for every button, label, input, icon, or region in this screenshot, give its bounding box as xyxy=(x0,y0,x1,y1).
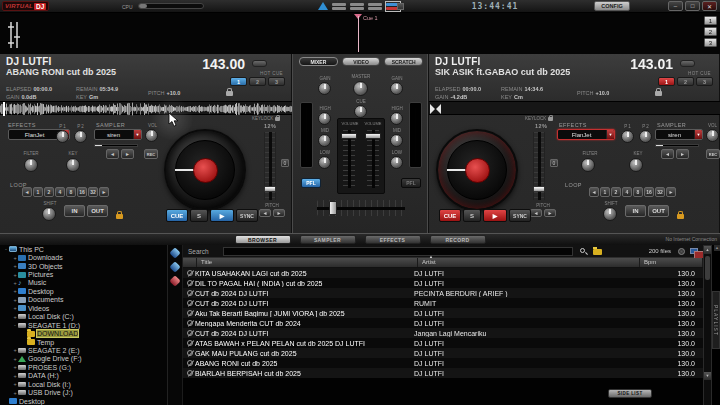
loop-8-button[interactable]: 8 xyxy=(633,187,643,197)
table-row[interactable]: CUT db 2024 DJ LUTFIRUMIT130.0 xyxy=(183,298,703,308)
crossfader-handle[interactable] xyxy=(329,201,337,215)
pitch-slider-handle[interactable] xyxy=(533,186,545,192)
hot-cue-button-3[interactable]: 3 xyxy=(268,77,285,86)
sampler-prev-button[interactable]: ◄ xyxy=(106,149,119,159)
loop-double-button[interactable]: ► xyxy=(666,187,676,197)
loop-shift-knob[interactable] xyxy=(42,207,56,221)
mixer-low-knob-left[interactable] xyxy=(318,156,331,169)
loop-4-button[interactable]: 4 xyxy=(622,187,632,197)
close-button[interactable]: ✕ xyxy=(702,1,717,11)
sidebar-item-usb-drive-j-[interactable]: +USB Drive (J:) xyxy=(0,388,167,396)
stutter-button[interactable]: S xyxy=(463,209,481,222)
deck-left-pitch-slider[interactable] xyxy=(264,132,276,200)
scroll-up-icon[interactable]: ▲ xyxy=(704,246,711,254)
pitch-slider-handle[interactable] xyxy=(264,186,276,192)
rhythm-window[interactable]: Cue 1 123 xyxy=(0,13,720,54)
master-volume-knob[interactable] xyxy=(353,81,368,96)
sidebar-item-seagate-1-d-[interactable]: -SEAGATE 1 (D:) xyxy=(0,321,167,329)
mixer-mid-knob-left[interactable] xyxy=(318,134,331,147)
crossfader[interactable] xyxy=(317,200,405,216)
netsearch-icon[interactable] xyxy=(678,248,685,255)
browser-tab-sampler[interactable]: SAMPLER xyxy=(300,235,356,244)
sidebar-item-this-pc[interactable]: -This PC xyxy=(0,245,167,253)
config-button[interactable]: CONFIG xyxy=(594,1,630,11)
deck-right-song-overview[interactable] xyxy=(429,101,720,115)
column-title[interactable]: Title xyxy=(197,258,418,267)
loop-lock-icon[interactable] xyxy=(116,214,123,219)
sampler-dropdown-icon[interactable]: ▼ xyxy=(694,130,702,139)
sidebar-item-download[interactable]: DOWNLOAD xyxy=(0,329,167,337)
table-row[interactable]: CUT db 2024 DJ LUTFIJangan Lagi Mencarik… xyxy=(183,328,703,338)
loop-4-button[interactable]: 4 xyxy=(55,187,65,197)
browser-tab-effects[interactable]: EFFECTS xyxy=(365,235,421,244)
sidebar-item-documents[interactable]: +Documents xyxy=(0,296,167,304)
mixer-tab-scratch[interactable]: SCRATCH xyxy=(384,57,423,66)
play-button[interactable]: ▶ xyxy=(483,209,507,222)
deck-right-pitch-slider[interactable] xyxy=(533,132,545,200)
filter-knob[interactable] xyxy=(581,158,595,172)
sync-button[interactable]: SYNC xyxy=(236,209,258,222)
table-row[interactable]: GAK MAU PULANG cut db 2025DJ LUTFI130.0 xyxy=(183,348,703,358)
hot-cue-button-1[interactable]: 1 xyxy=(658,77,675,86)
sidebar-item-local-disk-i-[interactable]: +Local Disk (I:) xyxy=(0,380,167,388)
browser-tab-browser[interactable]: BROWSER xyxy=(235,235,291,244)
search-input[interactable] xyxy=(223,247,573,256)
screens-icon[interactable] xyxy=(690,248,698,254)
deck-right-bpm-edit-button[interactable] xyxy=(680,60,695,67)
sidebar-item-downloads[interactable]: +Downloads xyxy=(0,253,167,261)
pitch-bend-plus-button[interactable]: ► xyxy=(273,209,285,217)
sidebar-item-videos[interactable]: +Videos xyxy=(0,304,167,312)
sidebar-item-proses-g-[interactable]: +PROSES (G:) xyxy=(0,363,167,371)
loop-1-button[interactable]: 1 xyxy=(33,187,43,197)
loop-2-button[interactable]: 2 xyxy=(611,187,621,197)
mixer-mid-knob-right[interactable] xyxy=(390,134,403,147)
pitch-lock-icon[interactable] xyxy=(226,91,233,96)
table-row[interactable]: CUT db 2024 DJ LUTFIPECINTA BERDURI ( AR… xyxy=(183,288,703,298)
layout-icon-3[interactable] xyxy=(368,2,382,11)
pitch-bend-plus-button[interactable]: ► xyxy=(544,209,556,217)
genres-icon[interactable] xyxy=(169,261,180,272)
table-row[interactable]: BIARLAH BERPISAH cut db 2025DJ LUTFI130.… xyxy=(183,368,703,378)
tracklist-scrollbar[interactable]: ▲ ▼ xyxy=(703,245,712,405)
deck-left-jogwheel[interactable] xyxy=(164,129,246,211)
mixer-gain-knob-right[interactable] xyxy=(390,82,403,95)
deck-left-bpm-edit-button[interactable] xyxy=(252,60,267,67)
cue-button[interactable]: CUE xyxy=(439,209,461,222)
sidebar-item-music[interactable]: +♪Music xyxy=(0,279,167,287)
mixer-high-knob-right[interactable] xyxy=(390,112,403,125)
table-row[interactable]: ATAS BAWAH x PELAN PELAN cut db 2025 DJ … xyxy=(183,338,703,348)
column-status[interactable] xyxy=(183,258,197,267)
hot-cue-button-2[interactable]: 2 xyxy=(249,77,266,86)
key-knob[interactable] xyxy=(66,158,80,172)
sampler-select[interactable]: siren ▼ xyxy=(655,129,703,140)
loop-lock-icon[interactable] xyxy=(677,214,684,219)
scroll-down-icon[interactable]: ▼ xyxy=(704,372,711,380)
deck-right-jogwheel[interactable] xyxy=(436,129,518,211)
sidebar-item-local-disk-c-[interactable]: +Local Disk (C:) xyxy=(0,313,167,321)
pitch-bend-minus-button[interactable]: ◄ xyxy=(259,209,271,217)
history-icon[interactable] xyxy=(169,275,180,286)
stutter-button[interactable]: S xyxy=(190,209,208,222)
grid-icon[interactable] xyxy=(397,3,404,10)
sampler-volume-knob[interactable] xyxy=(706,129,719,142)
mixer-tab-mixer[interactable]: MIXER xyxy=(299,57,338,66)
pitch-range[interactable]: 12% xyxy=(264,123,276,129)
cue-volume-knob[interactable] xyxy=(354,105,367,118)
rhythm-zoom-3[interactable]: 3 xyxy=(704,38,717,47)
keylock-row[interactable]: KEYLOCK xyxy=(525,116,553,121)
loop-shift-knob[interactable] xyxy=(603,207,617,221)
volume-fader-left[interactable] xyxy=(343,130,355,188)
sampler-prev-button[interactable]: ◄ xyxy=(661,149,674,159)
key-knob[interactable] xyxy=(629,158,643,172)
browser-tab-record[interactable]: RECORD xyxy=(430,235,486,244)
loop-16-button[interactable]: 16 xyxy=(644,187,654,197)
layout-icon-2[interactable] xyxy=(350,2,364,11)
sync-button[interactable]: SYNC xyxy=(509,209,531,222)
filter-knob[interactable] xyxy=(24,158,38,172)
mixer-tab-video[interactable]: VIDEO xyxy=(342,57,381,66)
sampler-select[interactable]: siren ▼ xyxy=(94,129,142,140)
loop-32-button[interactable]: 32 xyxy=(88,187,98,197)
pfl-button-right[interactable]: PFL xyxy=(401,178,421,188)
search-icon[interactable] xyxy=(580,248,585,253)
effect-param2-knob[interactable] xyxy=(639,130,652,143)
